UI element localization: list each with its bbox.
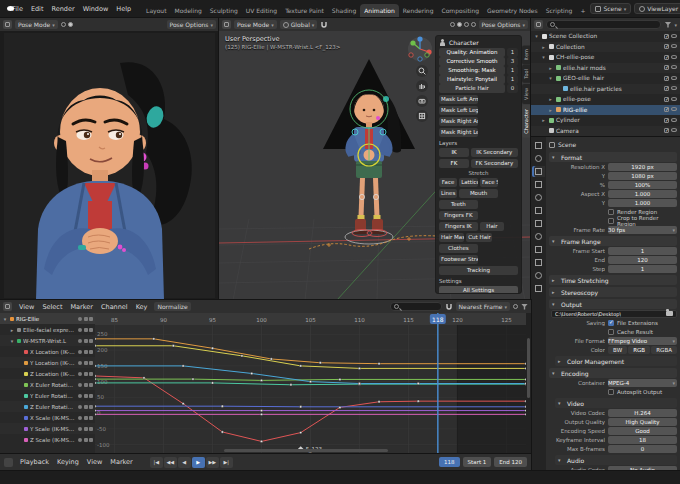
frame-end-field[interactable]: End 120 [494, 457, 527, 467]
snap-mode-dropdown[interactable]: Nearest Frame▾ [456, 302, 510, 311]
visibility-eye-icon[interactable] [671, 128, 677, 132]
channel-row[interactable]: X Location (IK-MSTR-Wrist.L) [0, 346, 95, 357]
audio-codec-select[interactable]: No Audio [608, 466, 677, 471]
outliner-item-label[interactable]: Camera [556, 128, 662, 134]
pose-options-dropdown[interactable]: Pose Options▾ [479, 20, 528, 29]
mask-button[interactable]: Mask Right Arm [439, 117, 478, 126]
sidebar-tab[interactable]: Tool [522, 65, 531, 83]
channel-label[interactable]: Y Location (IK-MSTR-Wrist.L) [30, 360, 76, 366]
channel-row[interactable]: X Scale (IK-MSTR-Wrist.L) [0, 412, 95, 423]
channel-mute-icon[interactable] [84, 427, 88, 431]
layer-button[interactable]: Face S. [480, 178, 498, 187]
number-field[interactable]: 1.000 [608, 190, 677, 198]
visibility-eye-icon[interactable] [671, 118, 677, 122]
channel-lock-icon[interactable] [89, 328, 93, 332]
encoding-field[interactable]: Good [608, 427, 677, 435]
channel-visibility-icon[interactable] [78, 394, 82, 398]
outliner-item-label[interactable]: Collection [556, 44, 662, 50]
output-path-field[interactable]: C:\Users\Roberto\Desktop\ [551, 310, 677, 318]
current-frame-field[interactable]: 118 [439, 457, 460, 467]
outliner-item-label[interactable]: ellie.hair particles [570, 86, 662, 92]
workspace-tab[interactable]: Sculpting [206, 4, 242, 18]
workspace-tab[interactable]: Modeling [171, 4, 206, 18]
channel-search-input[interactable] [390, 302, 442, 311]
channel-mute-icon[interactable] [84, 361, 88, 365]
rig-toggle-button[interactable]: Quality: Animation [439, 48, 505, 57]
chevron-down-icon[interactable]: ▾ [674, 22, 677, 28]
graph-menu-item[interactable]: View [15, 302, 38, 312]
layer-toggle-button[interactable]: IK [439, 148, 469, 157]
layer-button[interactable]: Lattice [459, 178, 478, 187]
visibility-eye-icon[interactable] [671, 55, 677, 59]
scene-properties-tab[interactable] [532, 192, 545, 203]
outliner-item-label[interactable]: ellie-pose [563, 96, 662, 102]
encoding-field[interactable]: 18 [608, 436, 677, 444]
panel-header-stereoscopy[interactable]: ▸ Stereoscopy [549, 287, 677, 297]
outliner-row[interactable]: ▸ ellie-pose [531, 94, 680, 105]
workspace-tab[interactable]: Rendering [399, 4, 438, 18]
visibility-eye-icon[interactable] [671, 86, 677, 90]
workspace-tab[interactable]: Texture Paint [281, 4, 328, 18]
channel-mute-icon[interactable] [84, 383, 88, 387]
channel-lock-icon[interactable] [89, 372, 93, 376]
channel-visibility-icon[interactable] [78, 438, 82, 442]
layer-button[interactable]: Fingers FK [439, 211, 478, 220]
panel-header-frame-range[interactable]: ▾ Frame Range [549, 236, 677, 246]
visibility-eye-icon[interactable] [671, 76, 677, 80]
rig-toggle-value[interactable]: 1 [507, 48, 518, 57]
workspace-tab[interactable]: Compositing [437, 4, 483, 18]
menu-item[interactable]: Edit [27, 4, 48, 14]
outliner-row[interactable]: ▾ GEO-ellie_hair [531, 73, 680, 84]
transport-button[interactable]: ◀ [178, 457, 191, 468]
number-field[interactable]: 1 [608, 265, 677, 273]
channel-row[interactable]: ▸ Ellie-facial expressions [0, 324, 95, 335]
timeline-menu-item[interactable]: Playback [16, 457, 53, 467]
tool-properties-tab[interactable] [532, 140, 545, 151]
transport-button[interactable]: ▶▶ [206, 457, 219, 468]
ortho-toggle-icon[interactable] [416, 110, 428, 122]
channel-visibility-icon[interactable] [78, 372, 82, 376]
selectability-checkbox-icon[interactable] [664, 76, 669, 81]
navigation-gizmo[interactable] [407, 36, 433, 62]
editor-type-icon[interactable] [534, 20, 543, 29]
world-properties-tab[interactable] [532, 205, 545, 216]
transport-button[interactable]: ▶ [192, 457, 205, 468]
outliner-item-label[interactable]: CH-ellie-pose [556, 54, 662, 60]
physics-properties-tab[interactable] [532, 257, 545, 268]
channel-lock-icon[interactable] [89, 361, 93, 365]
color-mode-option[interactable]: BW [608, 346, 627, 354]
curve-view[interactable]: 250200150100500-50-100859095100105110115… [95, 313, 526, 454]
scene-selector[interactable]: Scene ▾ [590, 3, 631, 14]
workspace-tab[interactable]: Animation [360, 4, 399, 18]
expand-arrow-icon[interactable]: ▾ [533, 33, 540, 39]
object-data-properties-tab[interactable] [532, 283, 545, 294]
number-field[interactable]: 1 [608, 247, 677, 255]
selectability-checkbox-icon[interactable] [664, 65, 669, 70]
layer-button[interactable]: Teeth [439, 200, 478, 209]
mode-dropdown[interactable]: Pose Mode▾ [15, 20, 58, 29]
expand-arrow-icon[interactable]: ▾ [9, 338, 15, 344]
mode-dropdown[interactable]: Pose Mode▾ [234, 20, 277, 29]
checkbox[interactable] [608, 329, 614, 335]
panel-header-audio[interactable]: ▾ Audio [555, 455, 677, 465]
panel-header-video[interactable]: ▾ Video [555, 398, 677, 408]
number-field[interactable]: 1920 px [608, 163, 677, 171]
transport-button[interactable]: |◀ [150, 457, 163, 468]
viewlayer-selector[interactable]: ViewLayer ✕ [634, 3, 680, 14]
encoding-field[interactable]: 0 [608, 445, 677, 453]
channel-row[interactable]: Z Scale (IK-MSTR-Wrist.L) [0, 434, 95, 445]
rig-toggle-value[interactable]: 0 [507, 84, 518, 93]
mask-button[interactable]: Mask Right Leg [439, 128, 478, 137]
channel-mute-icon[interactable] [84, 350, 88, 354]
number-field[interactable]: 1.000 [608, 199, 677, 207]
camera-view-icon[interactable] [416, 95, 428, 107]
layer-button[interactable]: Face [439, 178, 457, 187]
rig-toggle-button[interactable]: Hairstyle: Ponytail [439, 75, 505, 84]
panel-header-color-management[interactable]: ▸ Color Management [555, 356, 677, 366]
graph-menu-item[interactable]: Select [38, 302, 66, 312]
outliner-row[interactable]: ▸ RIG-ellie [531, 105, 680, 116]
channel-visibility-icon[interactable] [78, 317, 82, 321]
snap-magnet-icon[interactable] [320, 21, 328, 29]
sidebar-tab[interactable]: Character [522, 105, 531, 138]
render-properties-tab[interactable] [532, 153, 545, 164]
